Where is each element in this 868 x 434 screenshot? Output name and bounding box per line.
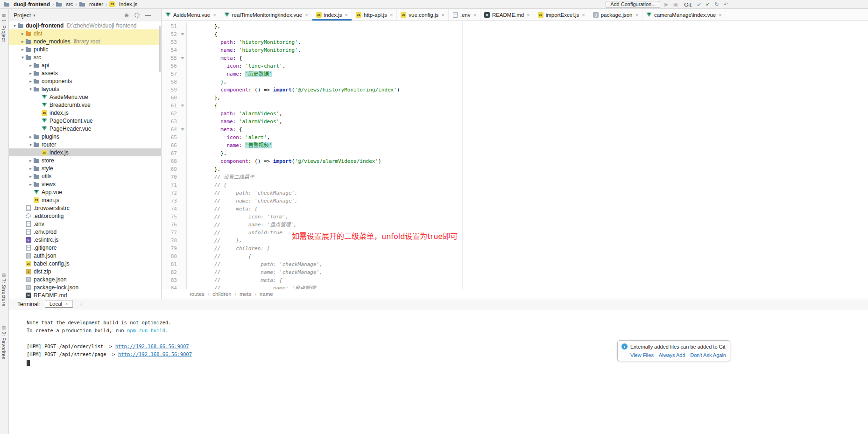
- terminal-link[interactable]: http://192.168.66.56:9007: [115, 343, 189, 349]
- close-icon[interactable]: ×: [527, 12, 529, 18]
- chevron-down-icon[interactable]: ▾: [20, 55, 26, 60]
- line-number[interactable]: 65: [162, 133, 179, 141]
- tree-item-babel.config.js[interactable]: JSbabel.config.js: [9, 259, 161, 267]
- editor-breadcrumb-item[interactable]: meta: [240, 291, 252, 297]
- line-number[interactable]: 70: [162, 173, 179, 181]
- tree-item-utils[interactable]: ▸utils: [9, 172, 161, 180]
- tree-item-assets[interactable]: ▸assets: [9, 69, 161, 77]
- chevron-right-icon[interactable]: ▸: [28, 182, 34, 187]
- line-number[interactable]: 58: [162, 78, 179, 86]
- line-number[interactable]: 57: [162, 70, 179, 78]
- editor-breadcrumb-item[interactable]: routes: [190, 291, 205, 297]
- stripe-favorites-button[interactable]: ▥2: Favorites: [1, 325, 7, 359]
- chevron-right-icon[interactable]: ▸: [28, 158, 34, 163]
- chevron-down-icon[interactable]: ▾: [28, 87, 34, 91]
- chevron-right-icon[interactable]: ▸: [28, 79, 34, 84]
- hide-panel-icon[interactable]: —: [145, 12, 151, 19]
- always-add-link[interactable]: Always Add: [659, 352, 685, 358]
- tree-item-auth.json[interactable]: {}auth.json: [9, 252, 161, 259]
- line-number[interactable]: 55: [162, 54, 179, 62]
- editor-breadcrumb-item[interactable]: children: [212, 291, 231, 297]
- chevron-right-icon[interactable]: ▸: [20, 47, 26, 52]
- editor-tab-AsideMenu.vue[interactable]: AsideMenu.vue×: [162, 9, 220, 21]
- line-number[interactable]: 56: [162, 62, 179, 70]
- line-number[interactable]: 77: [162, 229, 179, 237]
- breadcrumb-item[interactable]: JSindex.js: [108, 1, 138, 7]
- editor-breadcrumb-item[interactable]: name: [260, 291, 273, 297]
- tree-item-index.js[interactable]: JSindex.js: [9, 148, 161, 156]
- line-number[interactable]: 80: [162, 252, 179, 260]
- view-files-link[interactable]: View Files: [630, 352, 654, 358]
- tree-item-router[interactable]: ▾router: [9, 140, 161, 148]
- add-configuration-button[interactable]: Add Configuration...: [606, 1, 660, 8]
- tree-item-.editorconfig[interactable]: .editorconfig: [9, 212, 161, 220]
- line-number[interactable]: 68: [162, 157, 179, 165]
- line-number[interactable]: 83: [162, 276, 179, 284]
- editor-tab-.env[interactable]: .env×: [449, 9, 480, 21]
- line-number[interactable]: 82: [162, 268, 179, 276]
- editor-tab-index.js[interactable]: JSindex.js×: [312, 9, 352, 21]
- line-number[interactable]: 69: [162, 165, 179, 173]
- fold-marker-icon[interactable]: [179, 126, 187, 133]
- debug-icon[interactable]: ▣: [673, 0, 678, 9]
- close-icon[interactable]: ×: [719, 12, 721, 18]
- history-icon[interactable]: ↻: [715, 0, 719, 9]
- chevron-right-icon[interactable]: ▸: [28, 63, 34, 68]
- update-project-icon[interactable]: ↙: [697, 0, 701, 9]
- editor-tab-package.json[interactable]: {}package.json×: [589, 9, 642, 21]
- tree-item-.env.prod[interactable]: .env.prod: [9, 228, 161, 236]
- tree-item-layouts[interactable]: ▾layouts: [9, 85, 161, 93]
- line-number[interactable]: 73: [162, 197, 179, 205]
- editor-tab-importExcel.js[interactable]: JSimportExcel.js×: [534, 9, 589, 21]
- tree-item-PageHeader.vue[interactable]: PageHeader.vue: [9, 125, 161, 133]
- terminal-cursor[interactable]: [27, 360, 30, 366]
- line-number[interactable]: 72: [162, 189, 179, 197]
- dont-ask-again-link[interactable]: Don't Ask Again: [690, 352, 726, 358]
- stripe-structure-button[interactable]: ▤7: Structure: [1, 273, 7, 306]
- close-icon[interactable]: ×: [345, 12, 348, 18]
- tree-item-components[interactable]: ▸components: [9, 77, 161, 85]
- line-number[interactable]: 63: [162, 118, 179, 126]
- terminal-tab-local[interactable]: Local ×: [45, 300, 73, 308]
- tree-item-node_modules[interactable]: ▸node_moduleslibrary root: [9, 37, 161, 45]
- line-number[interactable]: 74: [162, 205, 179, 213]
- close-icon[interactable]: ×: [582, 12, 585, 18]
- close-icon[interactable]: ×: [390, 12, 393, 18]
- tree-item-src[interactable]: ▾src: [9, 53, 161, 61]
- tree-item-.eslintrc.js[interactable]: E.eslintrc.js: [9, 236, 161, 244]
- tree-item-public[interactable]: ▸public: [9, 45, 161, 53]
- line-number[interactable]: 52: [162, 30, 179, 38]
- chevron-right-icon[interactable]: ▸: [20, 31, 26, 36]
- chevron-right-icon[interactable]: ▸: [28, 71, 34, 76]
- line-number[interactable]: 59: [162, 86, 179, 94]
- fold-marker-icon[interactable]: [179, 54, 187, 62]
- editor-tab-README.md[interactable]: MREADME.md×: [480, 9, 534, 21]
- locate-file-icon[interactable]: ⊕: [124, 12, 129, 19]
- gear-icon[interactable]: [134, 13, 140, 18]
- tree-item-api[interactable]: ▸api: [9, 61, 161, 69]
- breadcrumb-item[interactable]: src: [55, 1, 74, 7]
- tree-item-dist.zip[interactable]: Zdist.zip: [9, 267, 161, 275]
- tree-item-index.js[interactable]: JSindex.js: [9, 109, 161, 117]
- line-number[interactable]: 67: [162, 149, 179, 157]
- close-icon[interactable]: ×: [635, 12, 638, 18]
- project-view-selector[interactable]: Project ▾: [14, 12, 35, 19]
- line-number[interactable]: 53: [162, 38, 179, 46]
- line-number[interactable]: 81: [162, 260, 179, 268]
- commit-icon[interactable]: ✔: [706, 0, 710, 9]
- editor-tab-cameraManageindex.vue[interactable]: cameraManage\index.vue×: [642, 9, 726, 21]
- chevron-right-icon[interactable]: ▸: [20, 39, 26, 44]
- close-icon[interactable]: ×: [305, 12, 308, 18]
- line-number[interactable]: 75: [162, 213, 179, 221]
- tree-item-AsideMenu.vue[interactable]: AsideMenu.vue: [9, 93, 161, 101]
- chevron-right-icon[interactable]: ▸: [28, 166, 34, 171]
- breadcrumb-item[interactable]: duoji-frontend: [3, 1, 51, 7]
- chevron-right-icon[interactable]: ▸: [28, 174, 34, 179]
- tree-item-README.md[interactable]: MREADME.md: [9, 291, 161, 299]
- line-number[interactable]: 54: [162, 46, 179, 54]
- tree-item-PageContent.vue[interactable]: PageContent.vue: [9, 117, 161, 125]
- line-number[interactable]: 79: [162, 245, 179, 252]
- tree-item-.gitignore[interactable]: .gitignore: [9, 244, 161, 252]
- editor-tab-vue.config.js[interactable]: JSvue.config.js×: [397, 9, 448, 21]
- line-number[interactable]: 84: [162, 284, 179, 289]
